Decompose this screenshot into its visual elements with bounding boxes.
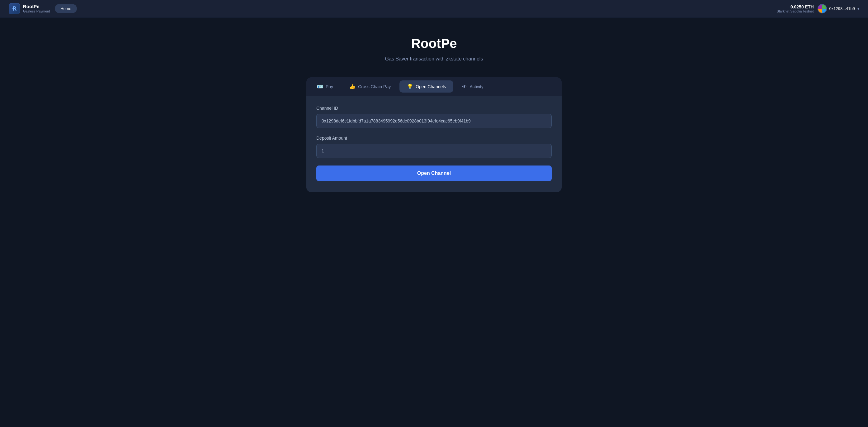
main-content: RootPe Gas Saver transaction with zkstat…	[0, 18, 868, 205]
cross-chain-icon: 👍	[349, 84, 355, 89]
tab-cross-chain-pay[interactable]: 👍 Cross Chain Pay	[342, 80, 398, 92]
channel-id-label: Channel ID	[316, 106, 552, 111]
logo-container: Ɍ RootPe Gasless Payment	[9, 3, 50, 15]
tab-activity[interactable]: 👁 Activity	[455, 80, 491, 92]
tab-cross-chain-pay-label: Cross Chain Pay	[358, 84, 391, 89]
channel-id-input[interactable]	[316, 114, 552, 128]
page-title: RootPe	[411, 36, 457, 51]
deposit-amount-label: Deposit Amount	[316, 136, 552, 141]
network-name: Starknet Sepolia Testnet	[777, 9, 814, 13]
deposit-amount-group: Deposit Amount	[316, 136, 552, 158]
logo-icon: Ɍ	[9, 3, 20, 15]
balance-amount: 0.0250 ETH	[777, 4, 814, 9]
channel-id-group: Channel ID	[316, 106, 552, 128]
app-tagline: Gasless Payment	[23, 9, 50, 13]
open-channel-button[interactable]: Open Channel	[316, 166, 552, 181]
tab-open-channels[interactable]: 💡 Open Channels	[399, 80, 453, 92]
navbar-right: 0.0250 ETH Starknet Sepolia Testnet 0x12…	[777, 4, 859, 13]
wallet-avatar	[817, 4, 827, 13]
tab-open-channels-label: Open Channels	[415, 84, 446, 89]
app-name: RootPe	[23, 4, 50, 9]
main-card: 🪪 Pay 👍 Cross Chain Pay 💡 Open Channels …	[306, 77, 562, 192]
activity-icon: 👁	[462, 84, 467, 89]
wallet-info[interactable]: 0x1298...41b9 ▾	[817, 4, 859, 13]
tab-activity-label: Activity	[469, 84, 483, 89]
page-subtitle: Gas Saver transaction with zkstate chann…	[385, 56, 483, 62]
pay-icon: 🪪	[317, 84, 323, 89]
home-button[interactable]: Home	[55, 4, 77, 13]
tab-pay-label: Pay	[326, 84, 333, 89]
balance-info: 0.0250 ETH Starknet Sepolia Testnet	[777, 4, 814, 13]
form-container: Channel ID Deposit Amount Open Channel	[306, 96, 562, 192]
tab-bar: 🪪 Pay 👍 Cross Chain Pay 💡 Open Channels …	[306, 77, 562, 96]
logo-text: RootPe Gasless Payment	[23, 4, 50, 13]
deposit-amount-input[interactable]	[316, 144, 552, 158]
navbar-left: Ɍ RootPe Gasless Payment Home	[9, 3, 77, 15]
open-channels-icon: 💡	[407, 84, 413, 89]
tab-pay[interactable]: 🪪 Pay	[309, 80, 341, 92]
chevron-down-icon: ▾	[858, 6, 859, 11]
wallet-address: 0x1298...41b9	[829, 6, 855, 11]
navbar: Ɍ RootPe Gasless Payment Home 0.0250 ETH…	[0, 0, 868, 18]
